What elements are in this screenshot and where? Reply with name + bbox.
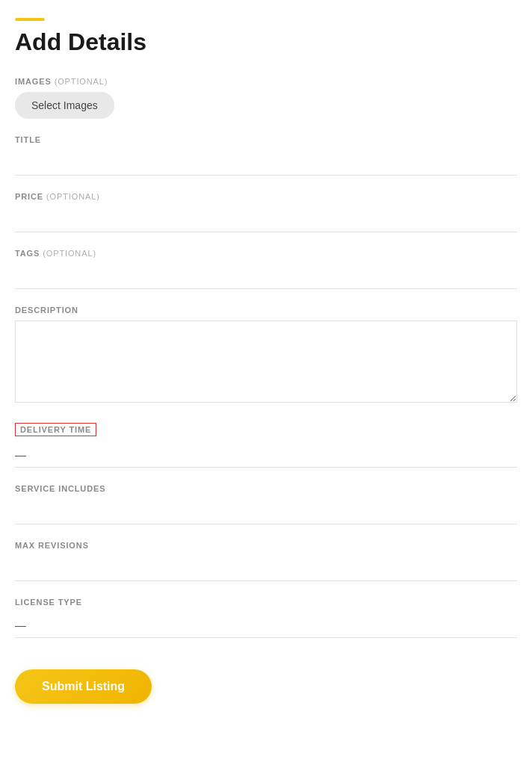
submit-section: Submit Listing bbox=[15, 654, 517, 704]
max-revisions-input[interactable] bbox=[15, 556, 517, 581]
images-label: IMAGES (OPTIONAL) bbox=[15, 77, 517, 86]
tags-input[interactable] bbox=[15, 264, 517, 289]
price-field-group: PRICE (OPTIONAL) bbox=[15, 192, 517, 232]
description-label: DESCRIPTION bbox=[15, 306, 517, 315]
max-revisions-field-group: MAX REVISIONS bbox=[15, 541, 517, 581]
select-images-button[interactable]: Select Images bbox=[15, 92, 114, 119]
accent-line bbox=[15, 18, 45, 21]
delivery-time-value[interactable]: — bbox=[15, 442, 517, 468]
service-includes-field-group: SERVICE INCLUDES bbox=[15, 484, 517, 524]
price-input[interactable] bbox=[15, 207, 517, 232]
price-label: PRICE (OPTIONAL) bbox=[15, 192, 517, 201]
images-field-group: IMAGES (OPTIONAL) Select Images bbox=[15, 77, 517, 119]
max-revisions-label: MAX REVISIONS bbox=[15, 541, 517, 550]
license-type-value[interactable]: — bbox=[15, 613, 517, 638]
license-type-label: LICENSE TYPE bbox=[15, 598, 517, 607]
title-label: TITLE bbox=[15, 135, 517, 144]
delivery-time-label: DELIVERY TIME bbox=[15, 423, 96, 436]
description-field-group: DESCRIPTION bbox=[15, 306, 517, 406]
submit-listing-button[interactable]: Submit Listing bbox=[15, 669, 152, 704]
title-input[interactable] bbox=[15, 150, 517, 176]
tags-field-group: TAGS (OPTIONAL) bbox=[15, 249, 517, 289]
delivery-time-field-group: DELIVERY TIME — bbox=[15, 422, 517, 468]
service-includes-input[interactable] bbox=[15, 499, 517, 524]
tags-label: TAGS (OPTIONAL) bbox=[15, 249, 517, 258]
license-type-field-group: LICENSE TYPE — bbox=[15, 598, 517, 638]
page-container: Add Details IMAGES (OPTIONAL) Select Ima… bbox=[0, 0, 532, 765]
title-field-group: TITLE bbox=[15, 135, 517, 176]
description-input[interactable] bbox=[15, 320, 517, 403]
page-title: Add Details bbox=[15, 28, 517, 56]
service-includes-label: SERVICE INCLUDES bbox=[15, 484, 517, 493]
